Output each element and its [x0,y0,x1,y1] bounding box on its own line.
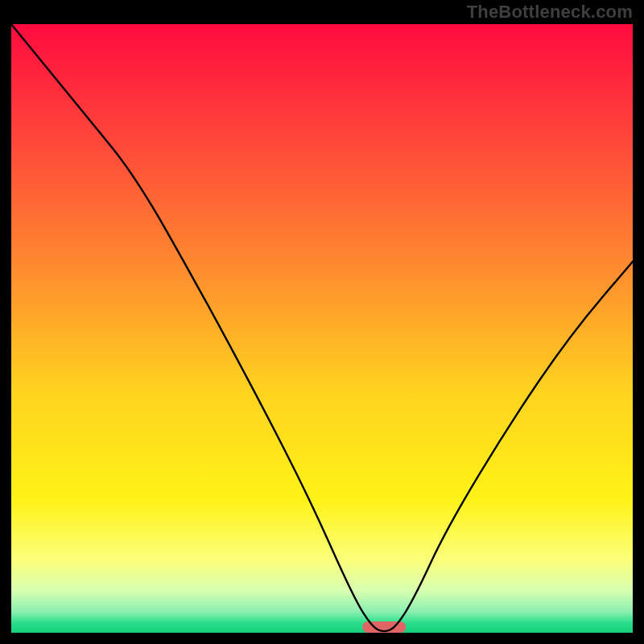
chart-frame [8,8,636,636]
attribution-text: TheBottleneck.com [467,2,633,23]
plot-background-gradient [11,24,633,633]
bottleneck-chart [8,8,636,636]
